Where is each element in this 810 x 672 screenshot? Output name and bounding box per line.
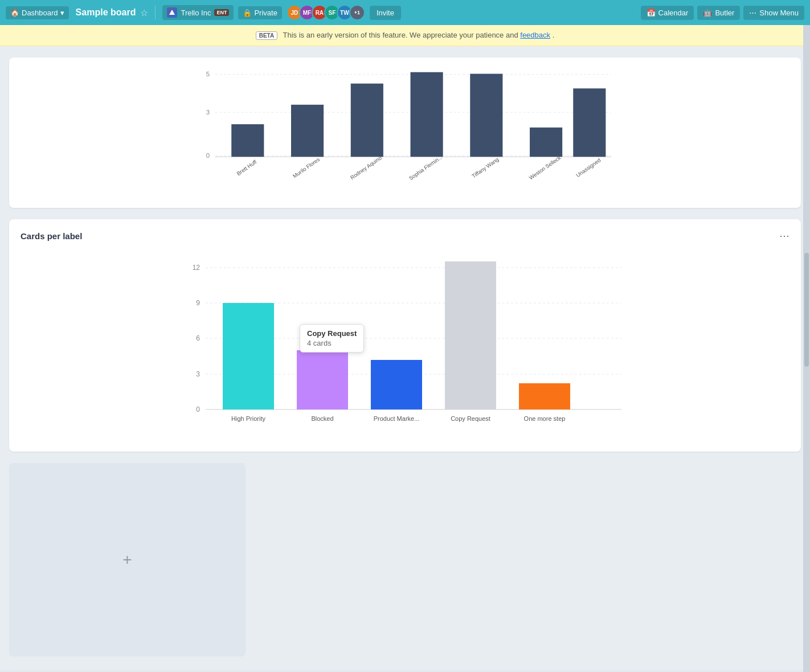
panel-header: Cards per label ⋯ xyxy=(21,231,789,241)
bar-unassigned[interactable] xyxy=(573,88,606,157)
avatar-count: +1 xyxy=(354,10,360,15)
header-right-actions: 📅 Calendar 🤖 Butler ⋯ Show Menu xyxy=(641,6,804,20)
invite-label: Invite xyxy=(377,9,394,17)
svg-text:Unassigned: Unassigned xyxy=(575,157,602,178)
plus-icon: + xyxy=(122,551,132,569)
invite-button[interactable]: Invite xyxy=(370,6,401,20)
svg-text:High Priority: High Priority xyxy=(231,415,265,422)
beta-message: This is an early version of this feature… xyxy=(283,31,521,39)
workspace-name: Trello Inc xyxy=(181,9,211,17)
bar-brett-huff[interactable] xyxy=(231,124,264,157)
show-menu-button[interactable]: ⋯ Show Menu xyxy=(743,6,804,20)
scrollbar-thumb[interactable] xyxy=(804,253,809,367)
board-title: Sample board xyxy=(76,7,136,18)
lock-icon: 🔒 xyxy=(243,9,252,17)
svg-text:Product Marke...: Product Marke... xyxy=(374,415,420,422)
workspace-logo xyxy=(167,7,177,18)
butler-button[interactable]: 🤖 Butler xyxy=(697,6,740,20)
svg-text:Rodney Aquino: Rodney Aquino xyxy=(349,154,383,181)
scrollbar-track[interactable] xyxy=(803,25,810,670)
avatar-overflow[interactable]: +1 xyxy=(349,5,365,21)
svg-text:5: 5 xyxy=(206,71,210,77)
bar-blocked[interactable] xyxy=(297,350,348,409)
cards-per-label-chart-area: 12 9 6 3 0 High Priority Blocked Product… xyxy=(21,250,789,440)
bar-tiffany-wang[interactable] xyxy=(470,74,502,157)
dashboard-button[interactable]: 🏠 Dashboard ▾ xyxy=(6,6,69,19)
bar-product-marketing[interactable] xyxy=(371,360,422,409)
home-icon: 🏠 xyxy=(10,9,19,17)
bar-rodney-aquino[interactable] xyxy=(351,84,383,157)
svg-text:0: 0 xyxy=(206,152,210,159)
beta-period: . xyxy=(553,31,555,39)
butler-label: Butler xyxy=(715,9,734,17)
bar-sophia[interactable] xyxy=(411,72,443,157)
workspace-button[interactable]: Trello Inc ENT xyxy=(162,5,234,20)
app-header: 🏠 Dashboard ▾ Sample board ☆ Trello Inc … xyxy=(0,0,810,25)
add-widget-panel[interactable]: + xyxy=(9,463,246,657)
svg-text:3: 3 xyxy=(206,109,210,116)
beta-badge: BETA xyxy=(256,31,277,40)
dashboard-label: Dashboard xyxy=(22,9,58,17)
cards-per-member-panel: 5 3 0 Brett Huff Murilo Flores Rodney Aq… xyxy=(9,58,801,208)
svg-text:Tiffany Wang: Tiffany Wang xyxy=(471,156,500,179)
main-content: 5 3 0 Brett Huff Murilo Flores Rodney Aq… xyxy=(0,46,810,670)
svg-marker-0 xyxy=(169,10,175,15)
private-button[interactable]: 🔒 Private xyxy=(238,6,281,19)
avatars-group: JD MF RA SF TW +1 xyxy=(287,5,365,21)
calendar-label: Calendar xyxy=(658,9,689,17)
bar-murilo-flores[interactable] xyxy=(291,105,324,157)
svg-text:Weston Selleck: Weston Selleck xyxy=(528,154,562,181)
chevron-down-icon: ▾ xyxy=(60,9,64,17)
beta-banner: BETA This is an early version of this fe… xyxy=(0,25,810,46)
svg-text:9: 9 xyxy=(196,299,200,307)
svg-text:Blocked: Blocked xyxy=(311,415,333,422)
menu-dots-icon: ⋯ xyxy=(749,9,756,17)
bar-one-more-step[interactable] xyxy=(519,383,570,409)
bar-copy-request[interactable] xyxy=(445,261,496,409)
svg-text:Brett Huff: Brett Huff xyxy=(235,158,257,177)
svg-text:Sophia Flemin...: Sophia Flemin... xyxy=(408,154,444,181)
ent-badge: ENT xyxy=(214,9,229,16)
svg-text:0: 0 xyxy=(196,405,200,413)
svg-text:Copy Request: Copy Request xyxy=(451,415,490,422)
header-divider xyxy=(155,6,156,19)
star-button[interactable]: ☆ xyxy=(140,7,148,18)
cards-per-member-chart: 5 3 0 Brett Huff Murilo Flores Rodney Aq… xyxy=(21,69,789,183)
show-menu-label: Show Menu xyxy=(759,9,799,17)
svg-text:3: 3 xyxy=(196,370,200,378)
calendar-icon: 📅 xyxy=(647,9,656,17)
butler-icon: 🤖 xyxy=(703,9,712,17)
feedback-link[interactable]: feedback xyxy=(520,31,550,39)
more-options-button[interactable]: ⋯ xyxy=(779,231,789,241)
bar-high-priority[interactable] xyxy=(223,303,274,409)
svg-text:One more step: One more step xyxy=(524,415,566,422)
svg-text:6: 6 xyxy=(196,334,200,342)
svg-text:12: 12 xyxy=(193,264,201,272)
bar-weston-selleck[interactable] xyxy=(530,128,562,157)
calendar-button[interactable]: 📅 Calendar xyxy=(641,6,694,20)
cards-per-label-panel: Cards per label ⋯ 12 9 6 xyxy=(9,219,801,452)
cards-per-label-chart: 12 9 6 3 0 High Priority Blocked Product… xyxy=(21,250,789,438)
panel-title: Cards per label xyxy=(21,231,82,241)
svg-text:Murilo Flores: Murilo Flores xyxy=(292,156,321,179)
private-label: Private xyxy=(254,9,277,17)
